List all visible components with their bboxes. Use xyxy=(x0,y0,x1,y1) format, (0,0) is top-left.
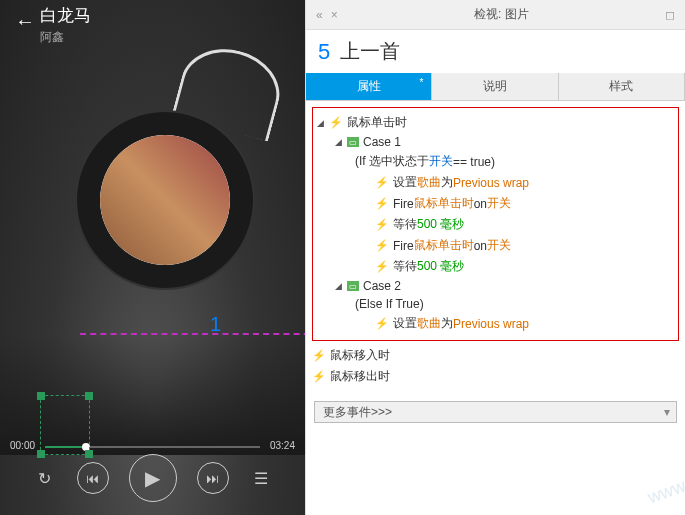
interaction-tree: ◢ ⚡ 鼠标单击时 ◢ ▭ Case 1 (If 选中状态于 开关 == tru… xyxy=(306,101,685,393)
music-player-preview: ← 白龙马 阿鑫 1 00:00 03:24 ↻ ⏮ ▶ ⏭ ☰ xyxy=(0,0,305,515)
action-fire-1[interactable]: ⚡ Fire 鼠标单击时 on 开关 xyxy=(317,193,674,214)
action-target: 开关 xyxy=(487,237,511,254)
case-1-condition: (If 选中状态于 开关 == true) xyxy=(317,151,674,172)
bolt-icon: ⚡ xyxy=(375,198,389,210)
action-value: 500 毫秒 xyxy=(417,216,464,233)
toggle-icon[interactable]: ◢ xyxy=(335,137,345,147)
action-target: 歌曲 xyxy=(417,315,441,332)
back-icon: ← xyxy=(15,10,35,33)
action-value: 500 毫秒 xyxy=(417,258,464,275)
action-text: Fire xyxy=(393,239,414,253)
tab-style[interactable]: 样式 xyxy=(559,73,685,100)
action-set-2[interactable]: ⚡ 设置 歌曲 为 Previous wrap xyxy=(317,313,674,334)
case-icon: ▭ xyxy=(347,137,359,147)
event-onmousein[interactable]: ⚡ 鼠标移入时 xyxy=(312,345,679,366)
action-text: Fire xyxy=(393,197,414,211)
element-name: 上一首 xyxy=(340,38,400,65)
tab-properties[interactable]: 属性 * xyxy=(306,73,432,100)
element-title-row: 5 上一首 xyxy=(306,30,685,73)
tab-label: 说明 xyxy=(483,78,507,95)
next-icon: ⏭ xyxy=(206,471,219,486)
cond-var: 开关 xyxy=(429,153,453,170)
inspector-header: « × 检视: 图片 ◻ xyxy=(306,0,685,30)
action-set-1[interactable]: ⚡ 设置 歌曲 为 Previous wrap xyxy=(317,172,674,193)
selection-outline[interactable] xyxy=(40,395,90,455)
resize-handle[interactable] xyxy=(37,392,45,400)
repeat-button[interactable]: ↻ xyxy=(33,466,57,490)
bolt-icon: ⚡ xyxy=(312,371,326,383)
more-events-dropdown[interactable]: 更多事件>>> xyxy=(314,401,677,423)
title-area: 白龙马 阿鑫 xyxy=(40,4,91,46)
time-current: 00:00 xyxy=(10,440,35,451)
annotation-step-5: 5 xyxy=(318,39,330,65)
resize-handle[interactable] xyxy=(85,392,93,400)
play-button[interactable]: ▶ xyxy=(129,454,177,502)
playlist-button[interactable]: ☰ xyxy=(249,466,273,490)
bolt-icon: ⚡ xyxy=(375,318,389,330)
action-fire-2[interactable]: ⚡ Fire 鼠标单击时 on 开关 xyxy=(317,235,674,256)
time-total: 03:24 xyxy=(270,440,295,451)
bolt-icon: ⚡ xyxy=(375,240,389,252)
artist-name: 阿鑫 xyxy=(40,29,91,46)
inspector-title: 检视: 图片 xyxy=(338,6,665,23)
locate-icon[interactable]: ◻ xyxy=(665,8,675,22)
toggle-icon[interactable]: ◢ xyxy=(317,118,327,128)
toggle-icon[interactable]: ◢ xyxy=(335,281,345,291)
case-label: Case 2 xyxy=(363,279,401,293)
event-label: 鼠标移入时 xyxy=(330,347,390,364)
action-text: 为 xyxy=(441,315,453,332)
action-target: 开关 xyxy=(487,195,511,212)
action-wait-2[interactable]: ⚡ 等待 500 毫秒 xyxy=(317,256,674,277)
tab-label: 样式 xyxy=(609,78,633,95)
case-2[interactable]: ◢ ▭ Case 2 xyxy=(317,277,674,295)
event-label: 鼠标移出时 xyxy=(330,368,390,385)
action-value: Previous wrap xyxy=(453,317,529,331)
next-button[interactable]: ⏭ xyxy=(197,462,229,494)
bolt-icon: ⚡ xyxy=(375,261,389,273)
case-label: Case 1 xyxy=(363,135,401,149)
cond-text: (Else If True) xyxy=(355,297,424,311)
highlighted-event-group: ◢ ⚡ 鼠标单击时 ◢ ▭ Case 1 (If 选中状态于 开关 == tru… xyxy=(312,107,679,341)
collapse-icon[interactable]: « xyxy=(316,8,323,22)
watermark: www.pm... xyxy=(645,460,685,508)
action-text: on xyxy=(474,197,487,211)
bolt-icon: ⚡ xyxy=(329,117,343,129)
action-text: 设置 xyxy=(393,315,417,332)
bolt-icon: ⚡ xyxy=(375,219,389,231)
action-text: 为 xyxy=(441,174,453,191)
cond-text: == true) xyxy=(453,155,495,169)
action-target: 歌曲 xyxy=(417,174,441,191)
case-1[interactable]: ◢ ▭ Case 1 xyxy=(317,133,674,151)
more-events-label: 更多事件>>> xyxy=(323,404,392,421)
action-wait-1[interactable]: ⚡ 等待 500 毫秒 xyxy=(317,214,674,235)
annotation-step-1: 1 xyxy=(210,313,221,336)
back-button[interactable]: ← xyxy=(10,6,40,36)
inspector-tabs: 属性 * 说明 样式 xyxy=(306,73,685,101)
header-left-controls: « × xyxy=(316,8,338,22)
action-text: 等待 xyxy=(393,258,417,275)
action-event: 鼠标单击时 xyxy=(414,237,474,254)
action-event: 鼠标单击时 xyxy=(414,195,474,212)
tab-label: 属性 xyxy=(357,78,381,95)
bolt-icon: ⚡ xyxy=(312,350,326,362)
annotation-path xyxy=(80,215,305,335)
event-onclick[interactable]: ◢ ⚡ 鼠标单击时 xyxy=(317,112,674,133)
play-icon: ▶ xyxy=(145,466,160,490)
prev-button[interactable]: ⏮ xyxy=(77,462,109,494)
close-icon[interactable]: × xyxy=(331,8,338,22)
case-2-condition: (Else If True) xyxy=(317,295,674,313)
player-controls: ↻ ⏮ ▶ ⏭ ☰ xyxy=(0,453,305,503)
action-value: Previous wrap xyxy=(453,176,529,190)
cond-text: (If 选中状态于 xyxy=(355,153,429,170)
prev-icon: ⏮ xyxy=(86,471,99,486)
list-icon: ☰ xyxy=(254,469,268,488)
action-text: 等待 xyxy=(393,216,417,233)
event-onmouseout[interactable]: ⚡ 鼠标移出时 xyxy=(312,366,679,387)
bolt-icon: ⚡ xyxy=(375,177,389,189)
tab-notes[interactable]: 说明 xyxy=(432,73,558,100)
action-text: 设置 xyxy=(393,174,417,191)
event-label: 鼠标单击时 xyxy=(347,114,407,131)
dirty-indicator: * xyxy=(419,77,423,88)
case-icon: ▭ xyxy=(347,281,359,291)
inspector-panel: « × 检视: 图片 ◻ 5 上一首 属性 * 说明 样式 ◢ ⚡ 鼠标单击时 … xyxy=(305,0,685,515)
